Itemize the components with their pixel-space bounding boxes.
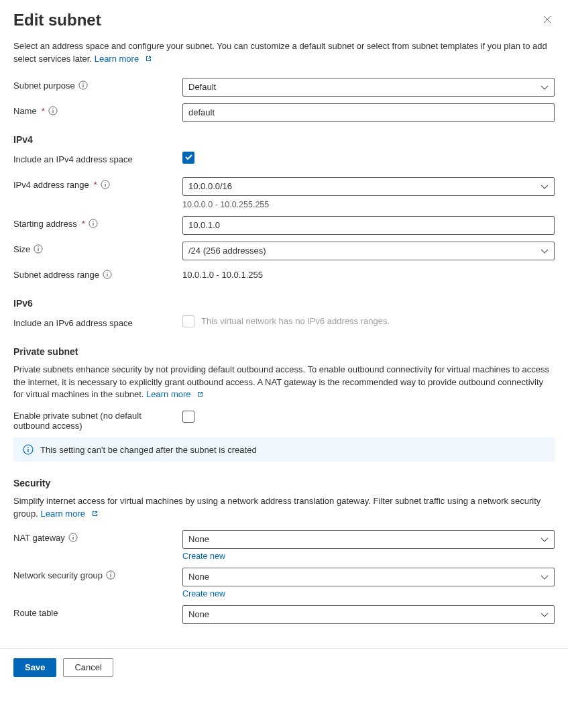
route-table-label: Route table — [13, 608, 58, 618]
cancel-button[interactable]: Cancel — [63, 658, 113, 677]
info-icon[interactable] — [34, 244, 43, 254]
nat-create-new-link[interactable]: Create new — [182, 552, 555, 561]
ipv6-heading: IPv6 — [13, 298, 555, 309]
size-select[interactable]: /24 (256 addresses) — [182, 242, 555, 260]
chevron-down-icon — [541, 574, 549, 580]
info-icon[interactable] — [48, 106, 58, 115]
ipv4-range-label: IPv4 address range — [13, 180, 89, 190]
ipv6-disabled-text: This virtual network has no IPv6 address… — [201, 316, 390, 326]
save-button[interactable]: Save — [13, 658, 56, 677]
subnet-purpose-select[interactable]: Default — [182, 78, 555, 97]
ipv4-range-select[interactable]: 10.0.0.0/16 — [182, 177, 555, 196]
chevron-down-icon — [541, 248, 549, 254]
nat-gateway-select[interactable]: None — [182, 530, 555, 549]
private-subnet-banner: This setting can't be changed after the … — [13, 437, 555, 462]
info-icon[interactable] — [101, 180, 110, 189]
route-table-select[interactable]: None — [182, 605, 555, 624]
info-icon[interactable] — [106, 570, 115, 580]
starting-address-input[interactable]: 10.0.1.0 — [182, 216, 555, 235]
learn-more-link[interactable]: Learn more — [41, 509, 99, 519]
external-link-icon — [144, 54, 152, 62]
ipv4-range-helper: 10.0.0.0 - 10.0.255.255 — [182, 200, 555, 209]
close-button[interactable] — [540, 12, 555, 27]
subnet-range-label: Subnet address range — [13, 270, 99, 280]
include-ipv4-checkbox[interactable] — [182, 152, 194, 164]
nsg-create-new-link[interactable]: Create new — [182, 589, 555, 599]
info-icon[interactable] — [103, 270, 112, 279]
info-icon[interactable] — [78, 81, 88, 90]
starting-address-label: Starting address — [13, 219, 77, 229]
security-heading: Security — [13, 478, 555, 488]
close-icon — [543, 15, 552, 24]
chevron-down-icon — [541, 611, 549, 618]
size-label: Size — [13, 244, 30, 254]
private-subnet-description: Private subnets enhance security by not … — [13, 364, 555, 402]
check-icon — [184, 153, 193, 162]
name-label: Name — [13, 106, 37, 116]
include-ipv6-checkbox — [182, 315, 194, 327]
info-icon[interactable] — [89, 219, 98, 228]
name-input[interactable]: default — [182, 103, 555, 122]
external-link-icon — [90, 509, 99, 517]
include-ipv6-label: Include an IPv6 address space — [13, 318, 133, 328]
chevron-down-icon — [541, 183, 549, 190]
nat-gateway-label: NAT gateway — [13, 533, 65, 543]
subnet-purpose-label: Subnet purpose — [13, 81, 75, 91]
external-link-icon — [195, 389, 204, 398]
enable-private-checkbox[interactable] — [182, 411, 194, 423]
nsg-label: Network security group — [13, 570, 103, 580]
info-icon — [23, 444, 34, 455]
chevron-down-icon — [541, 536, 549, 543]
info-icon[interactable] — [68, 533, 78, 542]
enable-private-label: Enable private subnet (no default outbou… — [13, 411, 154, 431]
include-ipv4-label: Include an IPv4 address space — [13, 154, 133, 164]
private-subnet-heading: Private subnet — [13, 346, 555, 357]
security-description: Simplify internet access for virtual mac… — [13, 495, 555, 521]
nsg-select[interactable]: None — [182, 568, 555, 586]
page-title: Edit subnet — [13, 11, 101, 30]
ipv4-heading: IPv4 — [13, 134, 555, 145]
subnet-range-value: 10.0.1.0 - 10.0.1.255 — [182, 270, 555, 280]
chevron-down-icon — [541, 84, 549, 91]
page-description: Select an address space and configure yo… — [13, 40, 555, 66]
learn-more-link[interactable]: Learn more — [95, 54, 152, 64]
learn-more-link[interactable]: Learn more — [146, 389, 204, 399]
